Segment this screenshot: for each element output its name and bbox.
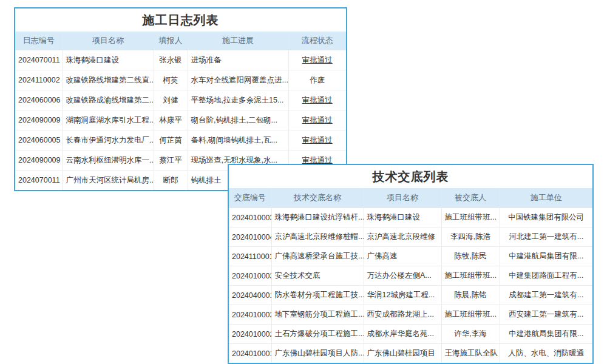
flow-status-link[interactable]: 作废 (288, 70, 346, 90)
table-row: 2024040001防水卷材分项工程施工技...华润12城房建工程...陈晨,陈… (229, 286, 592, 305)
technical-disclosure-title: 技术交底列表 (229, 165, 592, 188)
project-name-link[interactable]: 成都水岸华庭名苑... (364, 325, 441, 344)
table-row: 2024070011珠海鹤港口建设张永银进场准备审批通过 (15, 50, 346, 70)
disclosure-id-link[interactable]: 2024010002 (229, 325, 271, 344)
disclosure-id-link[interactable]: 2024040001 (229, 286, 271, 305)
col-header-disclosure-name: 技术交底名称 (271, 188, 364, 208)
construction-unit-text: 河北建工第一建筑有... (500, 228, 592, 247)
flow-status-link[interactable]: 审批通过 (288, 50, 346, 70)
project-name-link[interactable]: 珠海鹤港口建设 (63, 50, 154, 70)
project-name-link[interactable]: 珠海鹤港口建设 (364, 208, 441, 228)
recipients-text: 李四海,陈浩 (441, 228, 500, 247)
disclosure-name-link[interactable]: 土石方爆破分项工程施工... (271, 325, 364, 344)
recipients-text: 陈晨,陈铭 (441, 286, 500, 305)
disclosure-name-link[interactable]: 珠海鹤港口建设抗浮锚杆... (271, 208, 364, 228)
project-name-link[interactable]: 改建铁路成渝线增建第二... (63, 90, 154, 110)
log-id-link[interactable]: 2024060006 (15, 90, 63, 110)
log-id-link[interactable]: 2024110002 (15, 70, 63, 90)
construction-unit-text: 成都建工第一建筑有... (500, 286, 592, 305)
reporter-link[interactable]: 何芷茵 (154, 130, 188, 150)
project-name-link[interactable]: 广佛高速 (364, 247, 441, 266)
disclosure-id-link[interactable]: 2024010003 (229, 266, 271, 286)
col-header-flow-status: 流程状态 (288, 32, 346, 50)
construction-unit-text: 西安建工第一建筑有... (500, 305, 592, 325)
reporter-link[interactable]: 刘健 (154, 90, 188, 110)
recipients-text: 施工班组带班... (441, 266, 500, 286)
disclosure-name-link[interactable]: 防水卷材分项工程施工技... (271, 286, 364, 305)
disclosure-name-link[interactable]: 京沪高速北京段维修桩帽... (271, 228, 364, 247)
disclosure-name-link[interactable]: 安全技术交底 (271, 266, 364, 286)
project-name-link[interactable]: 西安成都路龙湖上... (364, 305, 441, 325)
log-id-link[interactable]: 2024090009 (15, 110, 63, 130)
reporter-link[interactable]: 张永银 (154, 50, 188, 70)
col-header-disclosure-id: 交底编号 (229, 188, 271, 208)
project-name-link[interactable]: 广东佛山碧桂园项目 (364, 344, 441, 363)
flow-status-link[interactable]: 审批通过 (288, 90, 346, 110)
reporter-link[interactable]: 林康平 (154, 110, 188, 130)
col-header-log-id: 日志编号 (15, 32, 63, 50)
construction-unit-text: 中国铁建集团有限公司 (500, 208, 592, 228)
project-name-link[interactable]: 华润12城房建工程... (364, 286, 441, 305)
construction-unit-text: 中建集团路面工程有... (500, 266, 592, 286)
table-row: 2024010003安全技术交底万达办公楼左侧A...施工班组带班...中建集团… (229, 266, 592, 286)
reporter-link[interactable]: 蔡江平 (154, 150, 188, 170)
construction-log-header: 日志编号 项目名称 填报人 施工进展 流程状态 (15, 32, 346, 50)
log-id-link[interactable]: 2024060005 (15, 130, 63, 150)
technical-disclosure-panel: 技术交底列表 交底编号 技术交底名称 项目名称 被交底人 施工单位 202401… (228, 164, 594, 364)
col-header-recipients: 被交底人 (441, 188, 500, 208)
project-name-link[interactable]: 云南水利枢纽潜明水库一... (63, 150, 154, 170)
flow-status-link[interactable]: 审批通过 (288, 110, 346, 130)
reporter-link[interactable]: 柯英 (154, 70, 188, 90)
disclosure-id-link[interactable]: 2024010004 (229, 228, 271, 247)
table-row: 2024010003珠海鹤港口建设抗浮锚杆...珠海鹤港口建设施工班组带班...… (229, 208, 592, 228)
reporter-link[interactable]: 断郎 (154, 170, 188, 190)
project-name-link[interactable]: 长春市伊通河水力发电厂... (63, 130, 154, 150)
construction-unit-text: 中建港航局集团有限... (500, 325, 592, 344)
table-row: 2024010002土石方爆破分项工程施工...成都水岸华庭名苑...许华,李海… (229, 325, 592, 344)
recipients-text: 施工班组带班... (441, 305, 500, 325)
disclosure-id-link[interactable]: 2024010003 (229, 208, 271, 228)
flow-status-link[interactable]: 审批通过 (288, 130, 346, 150)
recipients-text: 施工班组带班... (441, 208, 500, 228)
construction-unit-text: 中建港航局集团有限... (500, 247, 592, 266)
table-row: 2024110001广佛高速桥梁承台施工技...广佛高速陈牧,陈民中建港航局集团… (229, 247, 592, 266)
col-header-progress: 施工进展 (188, 32, 288, 50)
technical-disclosure-header: 交底编号 技术交底名称 项目名称 被交底人 施工单位 (229, 188, 592, 208)
table-row: 2024060006改建铁路成渝线增建第二...刘健平整场地,拉走多余泥土15.… (15, 90, 346, 110)
disclosure-id-link[interactable]: 2024010002 (229, 305, 271, 325)
progress-text: 平整场地,拉走多余泥土15... (188, 90, 288, 110)
table-row: 2024010004京沪高速北京段维修桩帽...京沪高速北京段维修李四海,陈浩河… (229, 228, 592, 247)
log-id-link[interactable]: 2024070011 (15, 170, 63, 190)
recipients-text: 王海施工队全队 (441, 344, 500, 363)
disclosure-id-link[interactable]: 2024010001 (229, 344, 271, 363)
disclosure-name-link[interactable]: 广东佛山碧桂园项目人防... (271, 344, 364, 363)
progress-text: 备料,砌间墙钩机排土,瓦... (188, 130, 288, 150)
progress-text: 砌台阶,钩机排土,二包砌... (188, 110, 288, 130)
recipients-text: 许华,李海 (441, 325, 500, 344)
project-name-link[interactable]: 广州市天河区统计局机房... (63, 170, 154, 190)
technical-disclosure-body: 2024010003珠海鹤港口建设抗浮锚杆...珠海鹤港口建设施工班组带班...… (229, 208, 592, 363)
log-id-link[interactable]: 2024070011 (15, 50, 63, 70)
disclosure-name-link[interactable]: 地下室钢筋分项工程施工... (271, 305, 364, 325)
disclosure-id-link[interactable]: 2024110001 (229, 247, 271, 266)
log-id-link[interactable]: 2024090009 (15, 150, 63, 170)
col-header-construction-unit: 施工单位 (500, 188, 592, 208)
col-header-project-name: 项目名称 (364, 188, 441, 208)
table-row: 2024010002地下室钢筋分项工程施工...西安成都路龙湖上...施工班组带… (229, 305, 592, 325)
project-name-link[interactable]: 万达办公楼左侧A... (364, 266, 441, 286)
project-name-link[interactable]: 京沪高速北京段维修 (364, 228, 441, 247)
table-row: 2024090009湖南洞庭湖水库引水工程...林康平砌台阶,钩机排土,二包砌.… (15, 110, 346, 130)
col-header-reporter: 填报人 (154, 32, 188, 50)
technical-disclosure-table: 交底编号 技术交底名称 项目名称 被交底人 施工单位 2024010003珠海鹤… (229, 188, 592, 363)
construction-log-title: 施工日志列表 (15, 8, 346, 32)
disclosure-name-link[interactable]: 广佛高速桥梁承台施工技... (271, 247, 364, 266)
recipients-text: 陈牧,陈民 (441, 247, 500, 266)
project-name-link[interactable]: 改建铁路线增建第二线直... (63, 70, 154, 90)
progress-text: 进场准备 (188, 50, 288, 70)
col-header-project-name: 项目名称 (63, 32, 154, 50)
table-row: 2024110002改建铁路线增建第二线直...柯英水车对全线遮阳网覆盖点进..… (15, 70, 346, 90)
table-row: 2024060005长春市伊通河水力发电厂...何芷茵备料,砌间墙钩机排土,瓦.… (15, 130, 346, 150)
construction-unit-text: 人防、水电、消防暖通 (500, 344, 592, 363)
project-name-link[interactable]: 湖南洞庭湖水库引水工程... (63, 110, 154, 130)
table-row: 2024010001广东佛山碧桂园项目人防...广东佛山碧桂园项目王海施工队全队… (229, 344, 592, 363)
